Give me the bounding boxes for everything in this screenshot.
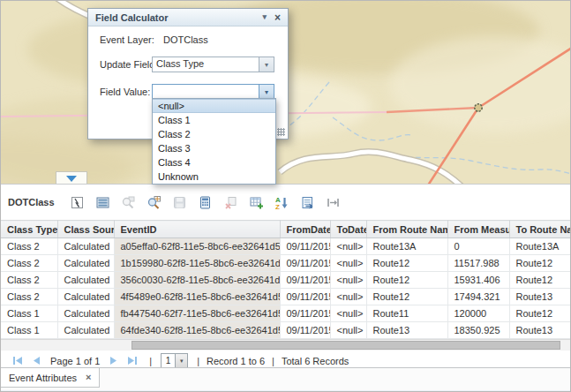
tab-label: Event Attributes (9, 373, 77, 383)
total-records-label: Total 6 Records (282, 356, 349, 366)
table-row[interactable]: Class 1Calculatedfb447540-62f7-11e5-8bc6… (1, 305, 571, 322)
table-cell: <null> (330, 305, 366, 322)
save-results-icon[interactable] (169, 192, 190, 213)
column-header[interactable]: EventID (114, 221, 280, 238)
first-page-button[interactable] (12, 356, 23, 366)
dialog-title-bar[interactable]: Field Calculator ▾ × (88, 9, 288, 26)
chevron-down-icon[interactable]: ▾ (175, 354, 187, 367)
bottom-tab-bar: Event Attributes × (1, 367, 571, 392)
field-value-dropdown-list: <null>Class 1Class 2Class 3Class 4Unknow… (152, 98, 276, 185)
table-cell: Route13 (366, 322, 447, 339)
chevron-down-icon[interactable]: ▾ (259, 57, 274, 72)
attribute-set-icon[interactable] (297, 192, 318, 213)
separator: | (272, 356, 274, 366)
dropdown-option[interactable]: <null> (153, 99, 275, 113)
column-header[interactable]: Class Type (1, 221, 57, 238)
table-cell: Route13 (509, 322, 571, 339)
column-header[interactable]: FromDate (280, 221, 330, 238)
sort-records-icon[interactable]: AZ (272, 192, 292, 213)
table-cell: 64fde340-62f8-11e5-8bc6-ee32641d5ec9 (114, 322, 280, 339)
table-cell: Calculated (57, 289, 114, 305)
chevron-down-icon[interactable]: ▾ (259, 85, 274, 99)
last-page-button[interactable] (127, 356, 138, 366)
field-calculator-icon[interactable] (195, 192, 215, 213)
table-options-icon[interactable] (93, 192, 113, 213)
table-row[interactable]: Class 2Calculated356c0030-62f8-11e5-8bc6… (1, 272, 571, 289)
table-cell: <null> (330, 322, 366, 339)
zoom-to-features-icon[interactable] (144, 192, 164, 213)
column-header[interactable]: Class Source (57, 221, 114, 238)
field-value-value (153, 85, 259, 99)
dialog-minimize-icon[interactable]: ▾ (262, 13, 267, 21)
table-cell: Route13A (509, 238, 571, 255)
table-cell: 09/11/2015 (280, 255, 330, 272)
dropdown-option[interactable]: Class 3 (153, 141, 275, 155)
table-cell: Calculated (57, 238, 114, 255)
table-cell: Class 2 (1, 272, 57, 289)
table-cell: 09/11/2015 (280, 272, 330, 289)
dropdown-option[interactable]: Class 4 (153, 155, 275, 170)
collapse-panel-tab[interactable] (56, 171, 87, 185)
update-field-value: Class Type (153, 57, 259, 72)
record-range-label: Record 1 to 6 (207, 356, 265, 366)
table-cell: 120000 (447, 305, 509, 322)
table-cell: Class 2 (1, 238, 57, 255)
table-cell: 09/11/2015 (280, 322, 330, 339)
table-cell: Calculated (57, 305, 114, 322)
tab-close-icon[interactable]: × (86, 373, 91, 382)
table-cell: fb447540-62f7-11e5-8bc6-ee32641d5ec9 (114, 305, 280, 322)
column-header[interactable]: ToDate (330, 221, 366, 238)
dialog-close-icon[interactable]: × (274, 12, 281, 23)
dropdown-option[interactable]: Class 1 (153, 113, 275, 127)
select-features-icon[interactable] (67, 192, 87, 213)
table-cell: Class 2 (1, 289, 57, 305)
column-header[interactable]: From Measure (447, 221, 509, 238)
column-header[interactable]: To Route Name (509, 221, 571, 238)
table-cell: Route12 (509, 255, 571, 272)
table-cell: 18350.925 (447, 322, 509, 339)
previous-page-button[interactable] (32, 356, 41, 366)
zoom-to-selected-icon[interactable] (118, 192, 139, 213)
update-field-combobox[interactable]: Class Type ▾ (152, 57, 274, 72)
table-cell: 11517.988 (447, 255, 509, 272)
fit-columns-icon[interactable] (323, 192, 343, 213)
separator: | (149, 356, 152, 366)
scrollbar-thumb[interactable] (131, 341, 560, 350)
table-cell: Route11 (366, 305, 447, 322)
tab-event-attributes[interactable]: Event Attributes × (1, 368, 100, 388)
table-cell: <null> (330, 255, 366, 272)
table-cell: Route12 (366, 272, 447, 289)
dialog-title: Field Calculator (95, 12, 169, 23)
table-row[interactable]: Class 1Calculated64fde340-62f8-11e5-8bc6… (1, 322, 571, 339)
table-cell: Class 1 (1, 322, 57, 339)
page-number-select[interactable]: 1 ▾ (161, 353, 188, 368)
column-header[interactable]: From Route Name (366, 221, 447, 238)
event-editor-window: Field Calculator ▾ × Event Layer: DOTCla… (0, 0, 571, 392)
next-page-button[interactable] (109, 356, 118, 366)
event-point-marker[interactable] (475, 104, 482, 111)
table-cell: Class 2 (1, 255, 57, 272)
table-cell: Class 1 (1, 305, 57, 322)
table-row[interactable]: Class 2Calculated4f5489e0-62f8-11e5-8bc6… (1, 289, 571, 305)
page-count-label: Page 1 of 1 (50, 356, 100, 366)
dropdown-option[interactable]: Unknown (153, 170, 275, 184)
table-cell: Calculated (57, 255, 114, 272)
table-cell: Route12 (366, 255, 447, 272)
update-field-label: Update Field: (100, 59, 157, 70)
table-row[interactable]: Class 2Calculateda05effa0-62f8-11e5-8bc6… (1, 238, 571, 255)
add-records-icon[interactable] (246, 192, 267, 213)
resize-grip[interactable] (277, 128, 285, 136)
table-cell: <null> (330, 238, 366, 255)
attribute-toolbar: DOTClass (1, 185, 571, 220)
horizontal-scrollbar[interactable] (1, 339, 571, 351)
delete-selected-icon[interactable] (221, 192, 241, 213)
dropdown-option[interactable]: Class 2 (153, 127, 275, 141)
table-cell: <null> (330, 289, 366, 305)
table-cell: Route12 (366, 289, 447, 305)
event-layer-label: Event Layer: (100, 34, 154, 45)
attribute-table-body: Class 2Calculateda05effa0-62f8-11e5-8bc6… (1, 238, 571, 339)
table-cell: 0 (447, 238, 509, 255)
table-row[interactable]: Class 2Calculated1b159980-62f8-11e5-8bc6… (1, 255, 571, 272)
table-cell: Route13A (366, 238, 447, 255)
table-cell: 1b159980-62f8-11e5-8bc6-ee32641d5ec9 (114, 255, 280, 272)
